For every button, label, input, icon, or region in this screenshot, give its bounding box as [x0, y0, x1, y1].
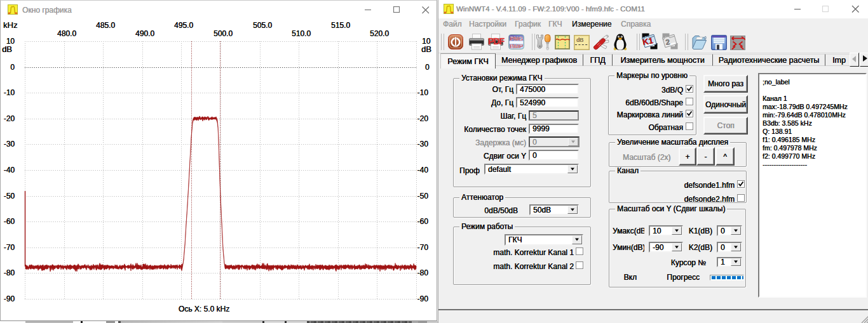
svg-text:-70: -70	[417, 243, 429, 252]
svg-text:500.0: 500.0	[214, 29, 233, 38]
svg-text:PDF: PDF	[488, 36, 505, 46]
svg-text:-90: -90	[4, 294, 15, 303]
svg-text:510.0: 510.0	[292, 29, 311, 38]
svg-text:-90: -90	[417, 294, 429, 303]
svg-text:0: 0	[10, 63, 15, 72]
svg-text:K1: K1	[642, 36, 654, 47]
svg-text:-50: -50	[4, 192, 15, 201]
svg-text:490.0: 490.0	[135, 29, 154, 38]
svg-text:520.0: 520.0	[370, 29, 389, 38]
svg-text:-30: -30	[4, 140, 15, 148]
svg-text:495.0: 495.0	[174, 21, 193, 30]
svg-text:dB: dB	[421, 44, 431, 54]
svg-text:BMP: BMP	[510, 43, 524, 49]
svg-text:-80: -80	[4, 268, 15, 277]
svg-text:-40: -40	[4, 166, 15, 175]
svg-text:480.0: 480.0	[57, 29, 76, 38]
svg-text:-70: -70	[4, 243, 15, 252]
svg-text:485.0: 485.0	[96, 21, 115, 30]
svg-text:kHz: kHz	[3, 20, 17, 30]
svg-text:-30: -30	[417, 140, 429, 148]
svg-text:515.0: 515.0	[331, 21, 350, 30]
svg-text:-10: -10	[4, 88, 15, 97]
svg-text:PNG: PNG	[510, 35, 523, 42]
svg-text:-10: -10	[417, 88, 429, 97]
svg-text:-50: -50	[417, 192, 429, 201]
svg-text:-60: -60	[4, 217, 15, 226]
svg-text:dB: dB	[2, 44, 12, 54]
svg-text:-80: -80	[417, 268, 429, 277]
svg-text:-20: -20	[4, 114, 15, 123]
svg-text:505.0: 505.0	[253, 21, 272, 30]
svg-text:Ось X: 5.0 kHz: Ось X: 5.0 kHz	[179, 305, 229, 313]
svg-text:dB: dB	[576, 37, 583, 43]
svg-text:-60: -60	[417, 217, 429, 226]
svg-text:-20: -20	[417, 114, 429, 123]
svg-text:-40: -40	[417, 166, 429, 175]
svg-text:0: 0	[425, 63, 430, 72]
